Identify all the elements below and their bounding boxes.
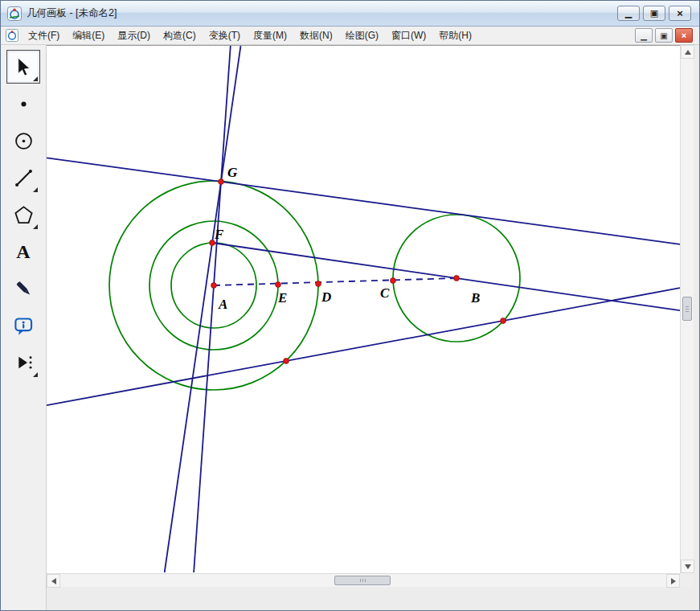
menu-item-window[interactable]: 窗口(W) xyxy=(385,27,432,44)
vertical-scroll-thumb[interactable] xyxy=(682,297,692,321)
maximize-button[interactable]: ▣ xyxy=(643,6,665,21)
dashed-segment[interactable] xyxy=(214,278,456,285)
info-bubble-icon xyxy=(13,315,35,337)
menu-item-help[interactable]: 帮助(H) xyxy=(432,27,478,44)
label-E[interactable]: E xyxy=(277,290,287,306)
custom-tool[interactable] xyxy=(6,346,40,379)
left-arrow-icon xyxy=(51,578,56,584)
child-window-controls: ▁ ▣ × xyxy=(635,28,693,43)
point-unlabeled[interactable] xyxy=(501,318,506,324)
submenu-corner-icon xyxy=(33,224,38,229)
menu-item-graph[interactable]: 绘图(G) xyxy=(339,27,385,44)
construction-line[interactable] xyxy=(165,46,241,572)
right-arrow-icon xyxy=(671,578,676,584)
text-tool[interactable]: A xyxy=(6,235,40,269)
close-button[interactable]: × xyxy=(669,6,691,21)
text-tool-icon: A xyxy=(16,242,30,261)
minimize-icon: ▁ xyxy=(625,9,632,18)
down-arrow-icon xyxy=(685,564,691,569)
scroll-right-button[interactable] xyxy=(666,574,680,588)
scrollbar-corner xyxy=(680,573,694,587)
scroll-left-button[interactable] xyxy=(47,574,60,588)
thumb-grip-icon xyxy=(360,579,366,582)
horizontal-scrollbar[interactable] xyxy=(47,573,680,587)
close-icon: × xyxy=(677,8,683,18)
information-tool[interactable] xyxy=(6,309,40,342)
child-close-button[interactable]: × xyxy=(675,28,693,43)
pentagon-icon xyxy=(13,204,35,226)
child-restore-icon: ▣ xyxy=(660,31,667,40)
marker-tool[interactable] xyxy=(6,272,40,306)
submenu-corner-icon xyxy=(33,372,38,377)
maximize-icon: ▣ xyxy=(650,9,658,18)
child-minimize-icon: ▁ xyxy=(641,31,647,40)
menu-item-transform[interactable]: 变换(T) xyxy=(203,27,247,44)
menu-items: 文件(F)编辑(E)显示(D)构造(C)变换(T)度量(M)数据(N)绘图(G)… xyxy=(22,27,478,44)
label-C[interactable]: C xyxy=(380,285,390,301)
marker-pen-icon xyxy=(13,278,35,300)
arrow-cursor-icon xyxy=(13,56,35,78)
label-G[interactable]: G xyxy=(227,165,238,180)
point-E[interactable] xyxy=(276,282,281,288)
menu-item-measure[interactable]: 度量(M) xyxy=(247,27,293,44)
scroll-up-button[interactable] xyxy=(681,45,694,59)
circle-icon xyxy=(13,130,35,152)
up-arrow-icon xyxy=(685,50,691,55)
menu-item-data[interactable]: 数据(N) xyxy=(293,27,339,44)
point-A[interactable] xyxy=(211,283,217,289)
point-tool[interactable] xyxy=(6,87,40,121)
construction-line[interactable] xyxy=(47,158,680,244)
segment-icon xyxy=(13,167,35,189)
submenu-corner-icon xyxy=(33,76,38,81)
point-C[interactable] xyxy=(391,278,396,284)
label-A[interactable]: A xyxy=(218,297,227,312)
custom-tool-icon xyxy=(13,352,35,374)
window-controls: ▁ ▣ × xyxy=(617,6,691,21)
point-unlabeled[interactable] xyxy=(284,359,289,364)
submenu-corner-icon xyxy=(33,187,38,192)
label-D[interactable]: D xyxy=(321,289,331,305)
scroll-down-button[interactable] xyxy=(681,560,694,573)
menu-item-edit[interactable]: 编辑(E) xyxy=(66,27,111,44)
point-B[interactable] xyxy=(454,276,460,281)
menu-item-construct[interactable]: 构造(C) xyxy=(157,27,203,44)
document-icon[interactable] xyxy=(6,29,18,42)
thumb-grip-icon xyxy=(686,306,689,312)
menu-item-display[interactable]: 显示(D) xyxy=(111,27,157,44)
label-B[interactable]: B xyxy=(470,290,480,306)
menubar: 文件(F)编辑(E)显示(D)构造(C)变换(T)度量(M)数据(N)绘图(G)… xyxy=(1,27,699,45)
child-close-icon: × xyxy=(682,31,686,40)
titlebar: 几何画板 - [未命名2] ▁ ▣ × xyxy=(1,1,699,27)
child-restore-button[interactable]: ▣ xyxy=(655,28,673,43)
sketch-canvas[interactable]: AEDCBFG xyxy=(47,45,680,573)
straightedge-tool[interactable] xyxy=(6,161,40,195)
point-G[interactable] xyxy=(219,179,224,185)
polygon-tool[interactable] xyxy=(6,198,40,232)
app-icon xyxy=(7,6,22,21)
point-icon xyxy=(13,93,35,115)
selection-arrow-tool[interactable] xyxy=(6,50,40,84)
app-window: 几何画板 - [未命名2] ▁ ▣ × 文件(F)编辑(E)显示(D)构造(C)… xyxy=(0,0,700,611)
minimize-button[interactable]: ▁ xyxy=(617,6,640,21)
compass-tool[interactable] xyxy=(6,124,40,158)
point-D[interactable] xyxy=(316,281,321,287)
window-title: 几何画板 - [未命名2] xyxy=(27,6,117,20)
construction-line[interactable] xyxy=(47,288,680,405)
menu-item-file[interactable]: 文件(F) xyxy=(22,27,66,44)
horizontal-scroll-thumb[interactable] xyxy=(334,576,391,585)
label-F[interactable]: F xyxy=(214,227,224,242)
child-minimize-button[interactable]: ▁ xyxy=(635,28,653,43)
geometry-svg[interactable]: AEDCBFG xyxy=(47,46,680,573)
toolbar: A xyxy=(1,45,47,610)
vertical-scrollbar[interactable] xyxy=(680,45,694,573)
